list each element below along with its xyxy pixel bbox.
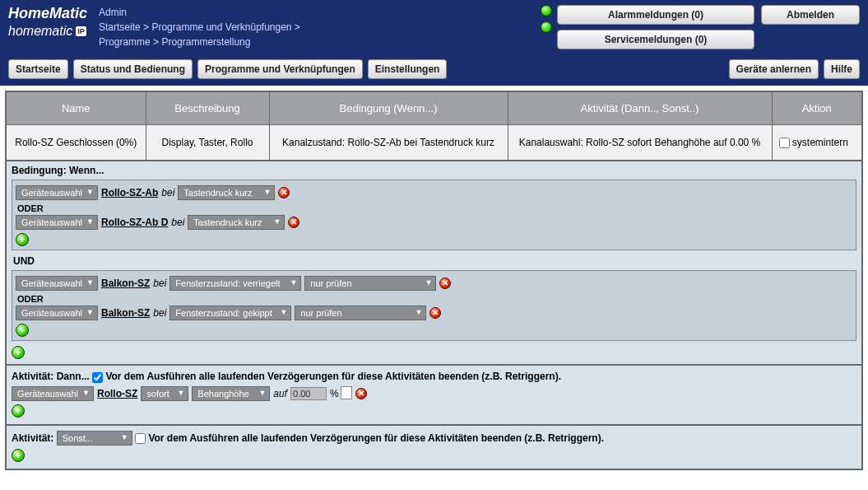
check-mode-select[interactable]: nur prüfen xyxy=(304,276,436,291)
cell-aktion: systemintern xyxy=(772,125,862,161)
cell-name[interactable]: Rollo-SZ Geschlossen (0%) xyxy=(6,125,146,161)
col-cond: Bedingung (Wenn...) xyxy=(269,91,508,125)
device-link[interactable]: Balkon-SZ xyxy=(101,278,150,289)
cond-row-2: Geräteauswahl Rollo-SZ-Ab D bei Tastendr… xyxy=(16,215,852,230)
add-icon[interactable]: + xyxy=(16,324,29,337)
logout-button[interactable]: Abmelden xyxy=(761,5,860,25)
delete-icon[interactable]: ✕ xyxy=(439,278,451,289)
service-button[interactable]: Servicemeldungen (0) xyxy=(557,30,754,49)
device-type-select[interactable]: Geräteauswahl xyxy=(16,185,98,200)
state-select[interactable]: Fensterzustand: verriegelt xyxy=(169,276,301,291)
bei-label: bei xyxy=(171,217,184,228)
header-bar: HomeMatic homematic IP Admin Startseite … xyxy=(0,0,868,56)
device-link[interactable]: Rollo-SZ-Ab xyxy=(101,187,158,198)
col-act: Aktivität (Dann.., Sonst..) xyxy=(508,91,772,125)
device-type-select[interactable]: Geräteauswahl xyxy=(16,215,98,230)
device-link[interactable]: Rollo-SZ xyxy=(97,388,137,399)
value-input[interactable] xyxy=(290,387,327,400)
table-row: Rollo-SZ Geschlossen (0%) Display, Taste… xyxy=(6,125,862,161)
trigger-select[interactable]: Tastendruck kurz xyxy=(178,185,275,200)
then-section: Aktivität: Dann... Vor dem Ausführen all… xyxy=(5,366,863,425)
header-buttons: Alarmmeldungen (0) Abmelden Servicemeldu… xyxy=(557,5,860,49)
sonst-select[interactable]: Sonst... xyxy=(57,431,132,446)
col-desc: Beschreibung xyxy=(146,91,269,125)
bei-label: bei xyxy=(161,187,174,198)
bei-label: bei xyxy=(153,278,166,289)
bc-programs[interactable]: Programme xyxy=(99,36,151,48)
device-type-select[interactable]: Geräteauswahl xyxy=(12,386,94,401)
logo-text-2: homematic IP xyxy=(8,24,87,39)
alarm-button[interactable]: Alarmmeldungen (0) xyxy=(557,5,754,25)
add-group-icon[interactable]: + xyxy=(12,346,25,359)
cell-desc[interactable]: Display, Taster, Rollo xyxy=(146,125,269,161)
retrigger-checkbox[interactable] xyxy=(135,433,146,444)
delete-icon[interactable]: ✕ xyxy=(355,388,367,399)
cond-title: Bedingung: Wenn... xyxy=(12,165,856,176)
logo-text-1: HomeMatic xyxy=(8,5,87,22)
und-label: UND xyxy=(12,252,856,270)
retrigger-label: Vor dem Ausführen alle laufenden Verzöge… xyxy=(105,371,561,382)
col-name: Name xyxy=(6,91,146,125)
copy-icon[interactable] xyxy=(342,388,352,399)
delete-icon[interactable]: ✕ xyxy=(429,307,441,319)
else-section: Aktivität: Sonst... Vor dem Ausführen al… xyxy=(5,426,863,470)
bei-label: bei xyxy=(153,307,166,319)
nav-programs[interactable]: Programme und Verknüpfungen xyxy=(197,59,363,79)
cond-row-3: Geräteauswahl Balkon-SZ bei Fensterzusta… xyxy=(16,276,852,291)
cond-row-1: Geräteauswahl Rollo-SZ-Ab bei Tastendruc… xyxy=(16,185,852,200)
trigger-select[interactable]: Tastendruck kurz xyxy=(188,215,285,230)
service-led-icon xyxy=(541,21,552,33)
bc-current: Programmerstellung xyxy=(161,36,250,48)
breadcrumb: Admin Startseite > Programme und Verknüp… xyxy=(99,5,541,49)
nav-settings[interactable]: Einstellungen xyxy=(368,59,448,79)
retrigger-checkbox[interactable] xyxy=(92,372,103,383)
user-label: Admin xyxy=(99,7,127,18)
delete-icon[interactable]: ✕ xyxy=(278,187,290,198)
bc-home[interactable]: Startseite xyxy=(99,21,141,33)
cell-cond: Kanalzustand: Rollo-SZ-Ab bei Tastendruc… xyxy=(269,125,508,161)
nav-learn[interactable]: Geräte anlernen xyxy=(729,59,819,79)
program-summary-table: Name Beschreibung Bedingung (Wenn...) Ak… xyxy=(5,91,863,161)
then-row: Geräteauswahl Rollo-SZ sofort Behanghöhe… xyxy=(12,386,856,401)
sysintern-checkbox[interactable] xyxy=(779,138,790,148)
col-aktion: Aktion xyxy=(772,91,862,125)
auf-label: auf xyxy=(273,388,287,399)
oder-label: ODER xyxy=(17,294,852,304)
check-mode-select[interactable]: nur prüfen xyxy=(295,306,426,320)
state-select[interactable]: Fensterzustand: gekippt xyxy=(169,306,291,320)
timing-select[interactable]: sofort xyxy=(141,386,188,401)
device-type-select[interactable]: Geräteauswahl xyxy=(16,306,98,320)
logo: HomeMatic homematic IP xyxy=(8,5,87,39)
bc-prog-link[interactable]: Programme und Verknüpfungen xyxy=(151,21,291,33)
nav-status[interactable]: Status und Bedienung xyxy=(73,59,193,79)
ip-badge: IP xyxy=(76,26,86,36)
cond-row-4: Geräteauswahl Balkon-SZ bei Fensterzusta… xyxy=(16,306,852,320)
add-icon[interactable]: + xyxy=(12,449,25,462)
condition-section: Bedingung: Wenn... Geräteauswahl Rollo-S… xyxy=(5,161,863,366)
nav-help[interactable]: Hilfe xyxy=(824,59,860,79)
retrigger-label: Vor dem Ausführen alle laufenden Verzöge… xyxy=(148,432,604,444)
oder-label: ODER xyxy=(17,203,852,213)
navbar: Startseite Status und Bedienung Programm… xyxy=(0,56,868,86)
cond-group-1: Geräteauswahl Rollo-SZ-Ab bei Tastendruc… xyxy=(12,180,856,250)
add-icon[interactable]: + xyxy=(16,233,29,246)
sonst-title: Aktivität: xyxy=(12,432,53,444)
device-link[interactable]: Rollo-SZ-Ab D xyxy=(101,217,168,228)
cond-group-2: Geräteauswahl Balkon-SZ bei Fensterzusta… xyxy=(12,270,856,341)
nav-home[interactable]: Startseite xyxy=(8,59,68,79)
device-link[interactable]: Balkon-SZ xyxy=(101,307,150,319)
status-leds xyxy=(541,5,552,33)
cell-act: Kanalauswahl: Rollo-SZ sofort Behanghöhe… xyxy=(508,125,772,161)
add-icon[interactable]: + xyxy=(12,404,25,418)
action-select[interactable]: Behanghöhe xyxy=(192,386,270,401)
pct-label: % xyxy=(330,388,339,399)
sysintern-label: systemintern xyxy=(792,137,848,148)
alarm-led-icon xyxy=(541,5,552,16)
delete-icon[interactable]: ✕ xyxy=(288,217,299,228)
device-type-select[interactable]: Geräteauswahl xyxy=(16,276,98,291)
dann-title: Aktivität: Dann... xyxy=(12,371,90,382)
